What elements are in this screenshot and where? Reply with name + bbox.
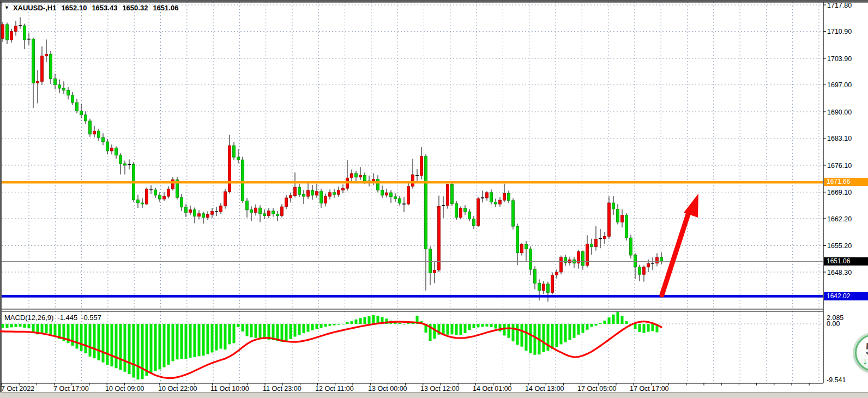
bull-candle — [643, 267, 646, 274]
bear-candle — [67, 91, 70, 95]
bull-candle — [503, 193, 506, 200]
bull-candle — [111, 148, 113, 151]
macd-histogram-bar — [303, 324, 305, 333]
bull-candle — [15, 26, 17, 32]
macd-histogram-bar — [180, 324, 183, 359]
time-axis-label: 14 Oct 01:00 — [473, 385, 512, 393]
bull-candle — [586, 244, 589, 266]
macd-histogram-bar — [115, 324, 118, 368]
bull-candle — [198, 214, 201, 216]
macd-histogram-bar — [316, 324, 318, 329]
resistance-line — [2, 181, 823, 183]
bear-candle — [490, 192, 493, 202]
macd-histogram-bar — [224, 324, 227, 349]
time-axis-label: 13 Oct 00:00 — [368, 385, 407, 393]
bear-candle — [137, 200, 140, 203]
macd-histogram-bar — [290, 324, 292, 339]
down-arrow-icon: ↓ — [863, 355, 867, 367]
bear-candle — [202, 214, 205, 218]
bear-candle — [23, 26, 26, 40]
bull-candle — [93, 131, 96, 134]
macd-histogram-bar — [132, 324, 135, 377]
macd-histogram-bar — [10, 324, 13, 327]
bear-candle — [508, 193, 510, 200]
time-axis-label: 17 Oct 17:00 — [630, 385, 669, 393]
bear-candle — [89, 121, 92, 134]
bull-candle — [608, 203, 611, 236]
macd-histogram-bar — [298, 324, 301, 335]
macd-histogram-bar — [503, 324, 506, 335]
time-axis-label: 7 Oct 2022 — [1, 385, 34, 393]
macd-histogram-bar — [447, 324, 449, 335]
ohlc-high: 1653.43 — [92, 4, 117, 12]
bear-candle — [76, 102, 79, 111]
bear-candle — [320, 191, 323, 203]
macd-histogram-bar — [481, 324, 484, 327]
bear-candle — [102, 137, 105, 142]
macd-histogram-bar — [468, 324, 471, 330]
macd-histogram-bar — [307, 324, 310, 331]
bear-candle — [534, 269, 537, 283]
bear-candle — [6, 25, 9, 40]
macd-histogram-bar — [634, 324, 637, 329]
bull-candle — [359, 175, 362, 177]
macd-histogram-bar — [242, 324, 244, 331]
svg-text:1690.00: 1690.00 — [827, 108, 852, 116]
bull-candle — [37, 81, 39, 83]
macd-histogram-bar — [111, 324, 113, 366]
time-axis-label: 10 Oct 22:00 — [158, 385, 197, 393]
bull-candle — [407, 186, 410, 204]
macd-histogram-bar — [259, 324, 262, 339]
bear-candle — [355, 174, 358, 177]
macd-histogram-bar — [638, 324, 641, 332]
macd-histogram-bar — [71, 324, 74, 346]
bull-candle — [146, 189, 148, 204]
bull-candle — [294, 187, 297, 196]
chart-canvas[interactable]: 1717.801710.901703.901697.001690.001683.… — [0, 0, 868, 398]
macd-histogram-bar — [342, 324, 345, 324]
bull-candle — [656, 257, 659, 263]
macd-histogram-bar — [23, 324, 26, 328]
time-axis-label: 13 Oct 12:00 — [420, 385, 460, 393]
chart-title: ▼XAUUSD-,H11652.101653.431650.321651.06 — [4, 4, 178, 12]
macd-histogram-bar — [98, 324, 100, 360]
macd-histogram-bar — [119, 324, 122, 370]
bear-candle — [638, 267, 641, 274]
bear-candle — [381, 190, 384, 195]
bull-candle — [307, 191, 310, 197]
symbol-period-label: XAUUSD-,H1 — [13, 4, 56, 12]
macd-histogram-bar — [346, 322, 349, 324]
bull-candle — [433, 270, 436, 273]
bear-candle — [180, 197, 183, 207]
bull-candle — [207, 214, 209, 218]
bear-candle — [612, 203, 615, 209]
macd-histogram-bar — [32, 324, 35, 332]
bear-candle — [495, 202, 497, 204]
macd-histogram-bar — [198, 324, 201, 356]
macd-histogram-bar — [76, 324, 79, 348]
trend-arrow-shaft — [662, 213, 689, 295]
bull-candle — [521, 244, 523, 253]
macd-histogram-bar — [50, 324, 52, 335]
collapse-triangle-icon[interactable]: ▼ — [4, 5, 9, 10]
macd-histogram-bar — [542, 324, 545, 352]
macd-histogram-bar — [617, 312, 619, 324]
bull-candle — [189, 210, 192, 213]
trading-chart-window: 1717.801710.901703.901697.001690.001683.… — [0, 0, 868, 398]
macd-histogram-bar — [172, 324, 174, 361]
macd-histogram-bar — [477, 324, 480, 327]
bear-candle — [364, 175, 366, 181]
time-axis-label: 17 Oct 05:00 — [577, 385, 617, 393]
bear-candle — [298, 187, 301, 194]
bear-candle — [455, 204, 458, 218]
bull-candle — [477, 198, 480, 225]
macd-histogram-bar — [294, 324, 297, 337]
macd-histogram-bar — [460, 324, 462, 335]
macd-histogram-bar — [351, 321, 353, 324]
macd-histogram-bar — [176, 324, 179, 359]
bull-candle — [560, 257, 563, 272]
bear-candle — [590, 244, 593, 247]
macd-histogram-bar — [276, 324, 279, 341]
macd-histogram-bar — [516, 324, 519, 345]
bear-candle — [119, 155, 122, 164]
